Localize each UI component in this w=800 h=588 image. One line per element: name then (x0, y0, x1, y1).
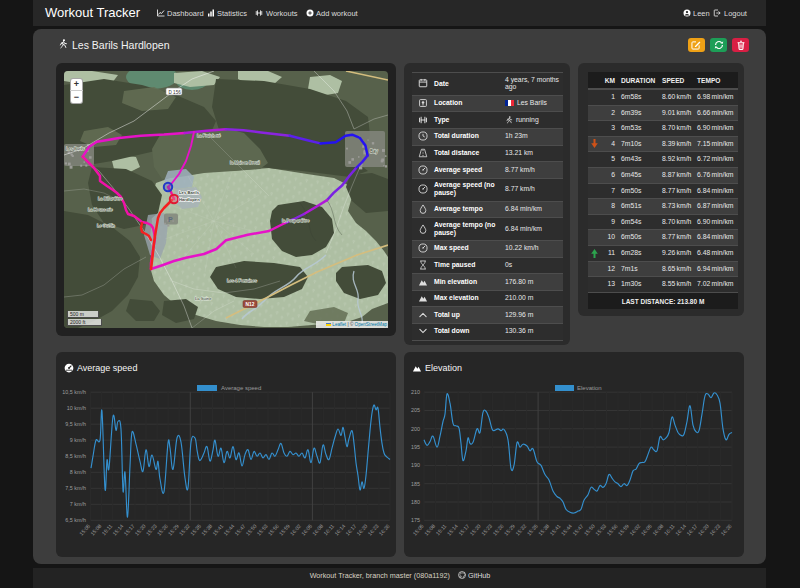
svg-text:15:41: 15:41 (211, 523, 224, 537)
svg-text:15:56: 15:56 (605, 523, 618, 537)
svg-text:10 km/h: 10 km/h (67, 405, 86, 411)
svg-text:15:08: 15:08 (423, 523, 436, 537)
svg-text:15:20: 15:20 (134, 523, 147, 537)
svg-text:15:20: 15:20 (469, 523, 482, 537)
svg-text:16:26: 16:26 (720, 523, 733, 537)
svg-text:16:26: 16:26 (378, 523, 391, 537)
svg-text:15:23: 15:23 (145, 523, 158, 537)
svg-text:15:41: 15:41 (548, 523, 561, 537)
svg-text:10,5 km/h: 10,5 km/h (62, 389, 86, 395)
svg-text:7,5 km/h: 7,5 km/h (65, 485, 86, 491)
svg-text:15:38: 15:38 (200, 523, 213, 537)
svg-text:15:14: 15:14 (111, 523, 124, 537)
svg-text:16:14: 16:14 (674, 523, 687, 537)
svg-text:16:05: 16:05 (300, 523, 313, 537)
svg-text:15:35: 15:35 (526, 523, 539, 537)
svg-text:15:23: 15:23 (480, 523, 493, 537)
svg-text:190: 190 (411, 462, 420, 468)
svg-text:16:02: 16:02 (289, 523, 302, 537)
svg-text:15:53: 15:53 (256, 523, 269, 537)
svg-text:15:38: 15:38 (537, 523, 550, 537)
svg-text:15:29: 15:29 (503, 523, 516, 537)
svg-text:175: 175 (411, 517, 420, 523)
svg-text:15:50: 15:50 (244, 523, 257, 537)
svg-text:15:14: 15:14 (446, 523, 459, 537)
svg-text:210: 210 (411, 389, 420, 395)
svg-text:15:53: 15:53 (594, 523, 607, 537)
svg-text:16:11: 16:11 (663, 523, 676, 536)
svg-text:15:59: 15:59 (278, 523, 291, 537)
svg-text:15:26: 15:26 (156, 523, 169, 537)
svg-text:15:47: 15:47 (233, 523, 246, 537)
svg-text:15:11: 15:11 (101, 523, 114, 536)
svg-text:9 km/h: 9 km/h (70, 437, 86, 443)
svg-text:16:05: 16:05 (640, 523, 653, 537)
svg-text:15:29: 15:29 (167, 523, 180, 537)
svg-text:195: 195 (411, 444, 420, 450)
svg-text:15:44: 15:44 (222, 523, 235, 537)
svg-text:205: 205 (411, 407, 420, 413)
svg-text:15:11: 15:11 (435, 523, 448, 536)
svg-text:16:02: 16:02 (628, 523, 641, 537)
svg-text:7 km/h: 7 km/h (70, 501, 86, 507)
svg-text:200: 200 (411, 426, 420, 432)
svg-text:9,5 km/h: 9,5 km/h (65, 421, 86, 427)
svg-text:16:20: 16:20 (355, 523, 368, 537)
svg-text:15:47: 15:47 (571, 523, 584, 537)
svg-text:16:14: 16:14 (333, 523, 346, 537)
svg-text:15:05: 15:05 (412, 523, 425, 537)
svg-text:15:17: 15:17 (122, 523, 135, 537)
svg-text:16:17: 16:17 (344, 523, 357, 537)
svg-text:16:17: 16:17 (685, 523, 698, 537)
svg-text:16:20: 16:20 (697, 523, 710, 537)
svg-text:16:08: 16:08 (311, 523, 324, 537)
svg-text:8 km/h: 8 km/h (70, 469, 86, 475)
svg-text:8,5 km/h: 8,5 km/h (65, 453, 86, 459)
svg-text:15:05: 15:05 (78, 523, 91, 537)
svg-text:15:32: 15:32 (178, 523, 191, 537)
svg-text:185: 185 (411, 481, 420, 487)
svg-text:16:08: 16:08 (651, 523, 664, 537)
svg-text:15:08: 15:08 (89, 523, 102, 537)
svg-text:15:44: 15:44 (560, 523, 573, 537)
svg-text:6,5 km/h: 6,5 km/h (65, 517, 86, 523)
svg-text:15:35: 15:35 (189, 523, 202, 537)
svg-text:15:32: 15:32 (514, 523, 527, 537)
svg-text:16:23: 16:23 (366, 523, 379, 537)
svg-text:16:11: 16:11 (322, 523, 335, 536)
svg-text:180: 180 (411, 499, 420, 505)
svg-text:16:23: 16:23 (708, 523, 721, 537)
svg-text:15:59: 15:59 (617, 523, 630, 537)
svg-text:15:26: 15:26 (491, 523, 504, 537)
svg-text:15:50: 15:50 (583, 523, 596, 537)
svg-text:15:56: 15:56 (267, 523, 280, 537)
svg-text:15:17: 15:17 (457, 523, 470, 537)
